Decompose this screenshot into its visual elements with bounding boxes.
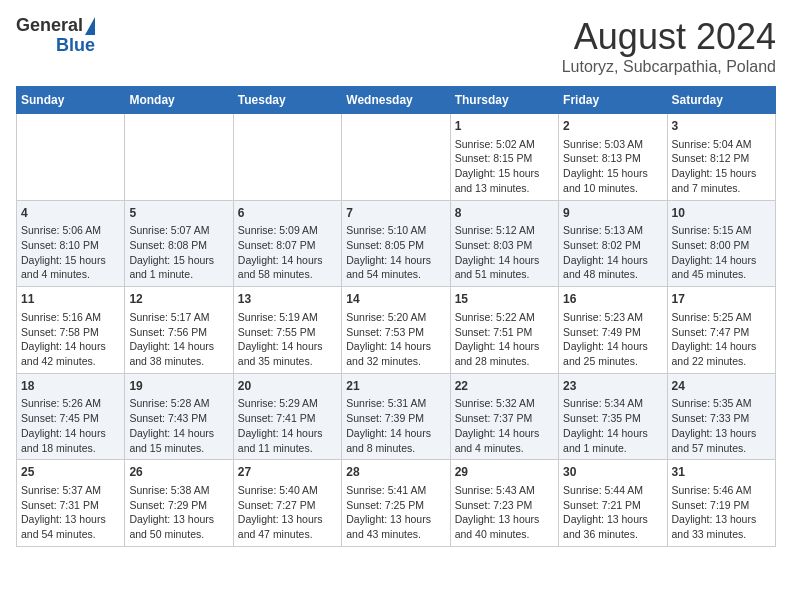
logo-general-text: General: [16, 16, 83, 36]
day-info-line: Daylight: 14 hours: [238, 426, 337, 441]
day-info-line: Sunrise: 5:22 AM: [455, 310, 554, 325]
day-info-line: Daylight: 13 hours: [129, 512, 228, 527]
day-number: 5: [129, 205, 228, 222]
day-info-line: Sunset: 7:19 PM: [672, 498, 771, 513]
day-number: 16: [563, 291, 662, 308]
day-info-line: Sunrise: 5:43 AM: [455, 483, 554, 498]
day-info-line: Sunrise: 5:37 AM: [21, 483, 120, 498]
day-number: 21: [346, 378, 445, 395]
logo-blue-text: Blue: [56, 36, 95, 56]
page-title: August 2024: [562, 16, 776, 58]
day-info-line: and 50 minutes.: [129, 527, 228, 542]
day-info-line: Daylight: 14 hours: [455, 253, 554, 268]
day-number: 18: [21, 378, 120, 395]
day-info-line: Daylight: 14 hours: [129, 426, 228, 441]
day-number: 24: [672, 378, 771, 395]
day-info-line: Sunset: 7:55 PM: [238, 325, 337, 340]
day-info-line: Sunrise: 5:20 AM: [346, 310, 445, 325]
day-info-line: and 4 minutes.: [21, 267, 120, 282]
day-info-line: Sunrise: 5:12 AM: [455, 223, 554, 238]
calendar-cell: 10Sunrise: 5:15 AMSunset: 8:00 PMDayligh…: [667, 200, 775, 287]
calendar-cell: 11Sunrise: 5:16 AMSunset: 7:58 PMDayligh…: [17, 287, 125, 374]
day-info-line: and 58 minutes.: [238, 267, 337, 282]
day-info-line: and 43 minutes.: [346, 527, 445, 542]
day-info-line: Sunrise: 5:44 AM: [563, 483, 662, 498]
day-info-line: and 57 minutes.: [672, 441, 771, 456]
day-info-line: Sunrise: 5:03 AM: [563, 137, 662, 152]
calendar-cell: 1Sunrise: 5:02 AMSunset: 8:15 PMDaylight…: [450, 114, 558, 201]
day-info-line: and 10 minutes.: [563, 181, 662, 196]
day-info-line: Daylight: 15 hours: [21, 253, 120, 268]
day-number: 9: [563, 205, 662, 222]
day-info-line: Sunset: 7:49 PM: [563, 325, 662, 340]
header-day-monday: Monday: [125, 87, 233, 114]
day-number: 12: [129, 291, 228, 308]
day-info-line: and 42 minutes.: [21, 354, 120, 369]
day-info-line: Sunrise: 5:31 AM: [346, 396, 445, 411]
calendar-cell: 6Sunrise: 5:09 AMSunset: 8:07 PMDaylight…: [233, 200, 341, 287]
calendar-week-row: 4Sunrise: 5:06 AMSunset: 8:10 PMDaylight…: [17, 200, 776, 287]
calendar-cell: 7Sunrise: 5:10 AMSunset: 8:05 PMDaylight…: [342, 200, 450, 287]
day-info-line: and 11 minutes.: [238, 441, 337, 456]
calendar-cell: 2Sunrise: 5:03 AMSunset: 8:13 PMDaylight…: [559, 114, 667, 201]
day-info-line: Sunset: 8:00 PM: [672, 238, 771, 253]
day-info-line: Sunset: 7:27 PM: [238, 498, 337, 513]
calendar-cell: 3Sunrise: 5:04 AMSunset: 8:12 PMDaylight…: [667, 114, 775, 201]
day-info-line: and 8 minutes.: [346, 441, 445, 456]
day-info-line: Daylight: 13 hours: [455, 512, 554, 527]
calendar-cell: 9Sunrise: 5:13 AMSunset: 8:02 PMDaylight…: [559, 200, 667, 287]
calendar-cell: 14Sunrise: 5:20 AMSunset: 7:53 PMDayligh…: [342, 287, 450, 374]
day-info-line: Sunset: 7:56 PM: [129, 325, 228, 340]
day-info-line: Sunrise: 5:17 AM: [129, 310, 228, 325]
day-info-line: and 7 minutes.: [672, 181, 771, 196]
day-number: 15: [455, 291, 554, 308]
day-info-line: and 13 minutes.: [455, 181, 554, 196]
day-info-line: Sunset: 8:07 PM: [238, 238, 337, 253]
day-info-line: Sunrise: 5:32 AM: [455, 396, 554, 411]
day-info-line: Sunset: 7:41 PM: [238, 411, 337, 426]
day-info-line: Sunrise: 5:13 AM: [563, 223, 662, 238]
calendar-cell: 31Sunrise: 5:46 AMSunset: 7:19 PMDayligh…: [667, 460, 775, 547]
day-info-line: and 38 minutes.: [129, 354, 228, 369]
day-info-line: Sunrise: 5:16 AM: [21, 310, 120, 325]
header-day-wednesday: Wednesday: [342, 87, 450, 114]
day-number: 20: [238, 378, 337, 395]
day-info-line: Daylight: 14 hours: [455, 426, 554, 441]
day-info-line: Daylight: 14 hours: [346, 339, 445, 354]
day-info-line: Daylight: 14 hours: [672, 339, 771, 354]
page-subtitle: Lutoryz, Subcarpathia, Poland: [562, 58, 776, 76]
calendar-cell: 18Sunrise: 5:26 AMSunset: 7:45 PMDayligh…: [17, 373, 125, 460]
day-info-line: Sunset: 8:08 PM: [129, 238, 228, 253]
day-info-line: Sunset: 7:25 PM: [346, 498, 445, 513]
day-info-line: and 15 minutes.: [129, 441, 228, 456]
day-info-line: and 54 minutes.: [346, 267, 445, 282]
day-number: 28: [346, 464, 445, 481]
calendar-cell: 24Sunrise: 5:35 AMSunset: 7:33 PMDayligh…: [667, 373, 775, 460]
day-info-line: Daylight: 14 hours: [238, 339, 337, 354]
header-day-tuesday: Tuesday: [233, 87, 341, 114]
day-number: 25: [21, 464, 120, 481]
day-info-line: Sunset: 7:39 PM: [346, 411, 445, 426]
day-number: 30: [563, 464, 662, 481]
day-number: 13: [238, 291, 337, 308]
day-info-line: Sunrise: 5:46 AM: [672, 483, 771, 498]
day-info-line: and 47 minutes.: [238, 527, 337, 542]
calendar-cell: 27Sunrise: 5:40 AMSunset: 7:27 PMDayligh…: [233, 460, 341, 547]
day-info-line: Daylight: 15 hours: [563, 166, 662, 181]
day-info-line: Daylight: 13 hours: [346, 512, 445, 527]
day-info-line: and 1 minute.: [563, 441, 662, 456]
day-info-line: Sunset: 8:13 PM: [563, 151, 662, 166]
day-info-line: and 36 minutes.: [563, 527, 662, 542]
calendar-cell: 21Sunrise: 5:31 AMSunset: 7:39 PMDayligh…: [342, 373, 450, 460]
day-info-line: Sunset: 7:58 PM: [21, 325, 120, 340]
day-info-line: Sunset: 7:47 PM: [672, 325, 771, 340]
calendar-table: SundayMondayTuesdayWednesdayThursdayFrid…: [16, 86, 776, 547]
day-info-line: Sunset: 7:23 PM: [455, 498, 554, 513]
day-info-line: and 1 minute.: [129, 267, 228, 282]
day-info-line: Sunset: 8:03 PM: [455, 238, 554, 253]
day-number: 1: [455, 118, 554, 135]
calendar-cell: 25Sunrise: 5:37 AMSunset: 7:31 PMDayligh…: [17, 460, 125, 547]
calendar-cell: 13Sunrise: 5:19 AMSunset: 7:55 PMDayligh…: [233, 287, 341, 374]
day-info-line: Sunset: 8:10 PM: [21, 238, 120, 253]
day-number: 6: [238, 205, 337, 222]
